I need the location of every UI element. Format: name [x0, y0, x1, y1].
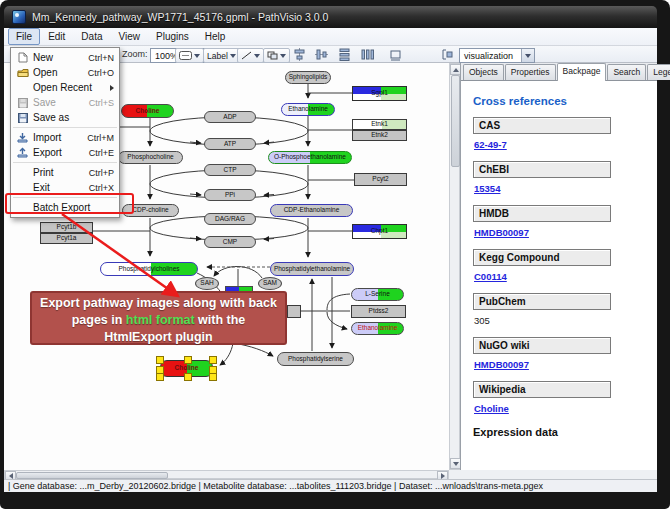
node-adp[interactable]: ADP [204, 111, 256, 123]
selection-handle[interactable] [209, 373, 217, 381]
chevron-down-icon[interactable] [280, 54, 286, 58]
menu-item-edit[interactable]: Edit [40, 28, 73, 45]
menu-item-plugins[interactable]: Plugins [148, 28, 197, 45]
menu-item-file[interactable]: File [8, 28, 40, 45]
selection-handle[interactable] [156, 373, 164, 381]
tab-search[interactable]: Search [607, 64, 646, 80]
align-center-y-button[interactable] [314, 48, 329, 61]
menu-item-data[interactable]: Data [73, 28, 110, 45]
node-cmp[interactable]: CMP [204, 236, 256, 248]
title-bar[interactable]: Mm_Kennedy_pathway_WP1771_45176.gpml - P… [4, 6, 657, 28]
canvas-v-scrollbar[interactable] [449, 63, 460, 470]
crossref-link[interactable]: HMDB00097 [474, 227, 529, 238]
v-scroll-thumb[interactable] [451, 75, 460, 167]
node-etnk1[interactable]: Etnk1 [352, 119, 407, 130]
crossref-link[interactable]: 62-49-7 [474, 139, 507, 150]
file-menu-item-import[interactable]: Import Ctrl+M [11, 130, 119, 145]
file-menu-item-exit[interactable]: Exit Ctrl+X [11, 180, 119, 195]
menu-label: New [30, 52, 88, 63]
callout-line-3: HtmlExport plugin [32, 329, 285, 346]
export-view-button[interactable] [440, 48, 455, 61]
common-size-button[interactable] [388, 48, 403, 61]
h-scroll-thumb[interactable] [16, 472, 168, 479]
node-phosphocholine[interactable]: Phosphocholine [118, 151, 183, 164]
align-center-x-icon [293, 48, 306, 61]
visualization-select[interactable]: visualization [459, 48, 535, 63]
node-gene-hidden[interactable] [287, 305, 301, 318]
menu-label: Open [30, 67, 88, 78]
node-pcyt1a[interactable]: Pcyt1a [40, 233, 93, 244]
selection-handle[interactable] [184, 373, 192, 381]
align-center-x-button[interactable] [292, 48, 307, 61]
app-icon [12, 10, 26, 24]
chevron-down-icon[interactable] [521, 49, 534, 62]
crossref-link[interactable]: HMDB00097 [474, 359, 529, 370]
node-etnk2[interactable]: Etnk2 [352, 130, 407, 141]
file-menu-item-open[interactable]: Open Ctrl+O [11, 65, 119, 80]
chevron-down-icon[interactable] [194, 54, 200, 58]
menu-item-view[interactable]: View [110, 28, 148, 45]
node-o-phosphoethanolamine[interactable]: O-Phosphoethanolamine [268, 151, 352, 164]
tab-legend[interactable]: Legend [647, 64, 670, 80]
node-ctp[interactable]: CTP [204, 164, 256, 176]
node-phosphatidylcholines[interactable]: Phosphatidylcholines [100, 262, 198, 276]
side-panel-tabs: Objects Properties Backpage Search Legen… [461, 63, 657, 81]
canvas-h-scrollbar[interactable] [4, 470, 449, 479]
line-tool-button[interactable] [237, 48, 264, 63]
tab-backpage[interactable]: Backpage [557, 63, 607, 81]
shape-tool-button[interactable] [263, 48, 290, 63]
node-sam[interactable]: SAM [258, 277, 282, 290]
node-choline-top[interactable]: Choline [121, 104, 174, 118]
node-sah[interactable]: SAH [195, 277, 219, 290]
crossref-source: HMDB [473, 205, 611, 222]
menu-label: Exit [30, 182, 89, 193]
node-pcyt1b[interactable]: Pcyt1b [40, 222, 93, 233]
selection-handle[interactable] [209, 356, 217, 364]
selection-handle[interactable] [184, 356, 192, 364]
chevron-down-icon[interactable] [230, 54, 236, 58]
menu-shortcut: Ctrl+P [89, 168, 114, 178]
chevron-down-icon[interactable] [254, 54, 260, 58]
distribute-rows-button[interactable] [337, 48, 352, 61]
file-menu-item-open-recent[interactable]: Open Recent [11, 80, 119, 95]
file-menu-item-batch-export[interactable]: Batch Export [11, 200, 119, 215]
node-dag[interactable]: DAG/RAG [204, 213, 256, 225]
node-atp[interactable]: ATP [204, 138, 256, 150]
file-menu-item-save[interactable]: Save Ctrl+S [11, 95, 119, 110]
file-menu-item-export[interactable]: Export Ctrl+E [11, 145, 119, 160]
crossref-link[interactable]: Choline [474, 403, 509, 414]
distribute-columns-button[interactable] [360, 48, 375, 61]
node-choline-selected[interactable]: Choline [160, 360, 213, 377]
tab-objects[interactable]: Objects [463, 64, 504, 80]
node-chpt1[interactable]: Chpt1 [352, 224, 407, 239]
node-ethanolamine-top[interactable]: Ethanolamine [281, 103, 335, 116]
node-pcyt2[interactable]: Pcyt2 [354, 173, 407, 186]
menu-item-help[interactable]: Help [197, 28, 234, 45]
node-cdp-ethanolamine[interactable]: CDP-Ethanolamine [270, 204, 353, 217]
crossref-link[interactable]: C00114 [474, 271, 507, 282]
menu-label: Open Recent [30, 82, 110, 93]
selection-handle[interactable] [156, 356, 164, 364]
menu-icon-empty [15, 167, 30, 179]
node-phosphatidylethanolamine[interactable]: Phosphatidylethanolamine [270, 262, 354, 276]
file-menu-item-new[interactable]: New Ctrl+N [11, 50, 119, 65]
label-tool-button[interactable]: Label [203, 48, 240, 63]
crossref-section: HMDB HMDB00097 [473, 205, 657, 240]
node-ptdss2[interactable]: Ptdss2 [351, 305, 406, 318]
shape-icon [267, 51, 278, 60]
file-menu-item-print[interactable]: Print Ctrl+P [11, 165, 119, 180]
file-menu-item-save-as[interactable]: Save as [11, 110, 119, 125]
node-sphingolipids[interactable]: Sphingolipids [285, 71, 331, 84]
node-cdp-choline[interactable]: CDP-choline [122, 204, 179, 217]
tab-properties[interactable]: Properties [505, 64, 556, 80]
gene-tool-button[interactable] [175, 48, 204, 63]
node-sgpl1[interactable]: Sgpl1 [352, 86, 407, 101]
node-ppi[interactable]: PPi [204, 189, 256, 201]
node-l-serine[interactable]: L-Serine [351, 288, 404, 301]
crossref-section: NuGO wiki HMDB00097 [473, 337, 657, 372]
node-phosphatidylserine[interactable]: Phosphatidylserine [277, 352, 354, 366]
export-icon [15, 147, 30, 159]
menu-shortcut: Ctrl+E [89, 148, 114, 158]
node-ethanolamine-bottom[interactable]: Ethanolamine [351, 322, 404, 335]
crossref-link[interactable]: 15354 [474, 183, 500, 194]
